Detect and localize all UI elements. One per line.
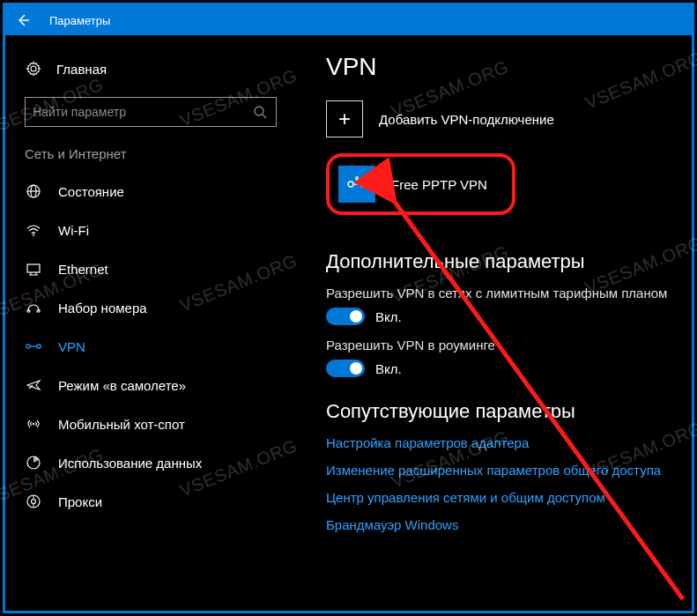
sidebar-nav: Состояние Wi-Fi Ethernet Набор номера VP… [5, 172, 296, 521]
vpn-icon [25, 338, 42, 355]
svg-line-1 [263, 115, 266, 118]
svg-point-0 [255, 107, 263, 115]
arrow-left-icon [15, 12, 31, 28]
sidebar-item-wifi[interactable]: Wi-Fi [5, 211, 296, 249]
sidebar-item-label: Wi-Fi [58, 223, 89, 238]
svg-point-15 [33, 423, 34, 425]
sidebar-item-label: VPN [58, 339, 85, 354]
titlebar: Параметры [5, 5, 692, 35]
vpn-connection-name: Free PPTP VPN [391, 177, 487, 192]
vpn-connection-icon [338, 166, 375, 203]
related-heading: Сопутствующие параметры [326, 400, 671, 423]
highlight-annotation: Free PPTP VPN [326, 153, 515, 215]
sidebar-item-hotspot[interactable]: Мобильный хот-спот [5, 404, 296, 443]
sidebar-item-label: Набор номера [58, 301, 147, 315]
ethernet-icon [25, 260, 42, 278]
svg-point-25 [356, 177, 359, 180]
dialup-icon [25, 299, 42, 316]
link-sharing-settings[interactable]: Изменение расширенных параметров общего … [326, 463, 671, 478]
sidebar: Главная Сеть и Интернет Состояние Wi-Fi [5, 35, 296, 611]
link-firewall[interactable]: Брандмауэр Windows [326, 517, 671, 532]
sidebar-item-status[interactable]: Состояние [5, 172, 296, 211]
sidebar-item-label: Состояние [58, 184, 124, 199]
setting-label: Разрешить VPN в роуминге [326, 338, 671, 353]
sidebar-item-label: Ethernet [58, 262, 108, 277]
link-adapter-settings[interactable]: Настройка параметров адаптера [326, 435, 671, 450]
setting-label: Разрешить VPN в сетях с лимитным тарифны… [326, 286, 671, 301]
search-input[interactable] [33, 105, 251, 119]
svg-point-21 [348, 182, 353, 187]
main-panel: VPN + Добавить VPN-подключение Free PPTP… [296, 35, 692, 611]
gear-icon [25, 60, 42, 78]
svg-point-12 [26, 345, 30, 348]
svg-point-5 [33, 234, 34, 236]
sidebar-item-label: Мобильный хот-спот [58, 417, 185, 432]
vpn-connection-item[interactable]: Free PPTP VPN [333, 160, 496, 208]
add-vpn-label: Добавить VPN-подключение [379, 112, 554, 127]
add-vpn-button[interactable]: + Добавить VPN-подключение [326, 100, 671, 137]
plus-icon: + [326, 100, 363, 137]
toggle-metered[interactable] [326, 308, 365, 325]
airplane-icon [25, 376, 42, 394]
wifi-icon [25, 221, 42, 239]
search-box[interactable] [25, 97, 277, 127]
link-network-center[interactable]: Центр управления сетями и общим доступом [326, 490, 671, 505]
window-title: Параметры [49, 14, 110, 27]
svg-rect-6 [27, 264, 40, 272]
back-button[interactable] [14, 11, 32, 29]
sidebar-item-label: Режим «в самолете» [58, 378, 186, 393]
setting-metered: Разрешить VPN в сетях с лимитным тарифны… [326, 286, 671, 325]
sidebar-item-dialup[interactable]: Набор номера [5, 288, 296, 327]
sidebar-item-airplane[interactable]: Режим «в самолете» [5, 366, 296, 404]
sidebar-home-label: Главная [56, 62, 107, 77]
proxy-icon [25, 493, 42, 510]
hotspot-icon [25, 415, 42, 433]
data-icon [25, 454, 42, 471]
globe-icon [25, 182, 42, 200]
sidebar-item-label: Использование данных [58, 456, 202, 471]
advanced-heading: Дополнительные параметры [326, 250, 671, 273]
toggle-state: Вкл. [375, 309, 402, 324]
search-icon [251, 103, 269, 121]
svg-point-22 [360, 182, 366, 187]
svg-point-18 [32, 500, 36, 504]
page-title: VPN [326, 53, 671, 81]
svg-point-13 [37, 345, 41, 348]
toggle-roaming[interactable] [326, 360, 365, 377]
toggle-state: Вкл. [375, 361, 402, 376]
settings-window: Параметры Главная Сеть и Интернет Состо [3, 3, 694, 613]
sidebar-item-data-usage[interactable]: Использование данных [5, 443, 296, 482]
sidebar-item-label: Прокси [58, 494, 102, 509]
sidebar-item-proxy[interactable]: Прокси [5, 482, 296, 521]
sidebar-item-ethernet[interactable]: Ethernet [5, 249, 296, 288]
sidebar-item-vpn[interactable]: VPN [5, 327, 296, 366]
setting-roaming: Разрешить VPN в роуминге Вкл. [326, 338, 671, 377]
sidebar-home[interactable]: Главная [5, 53, 296, 85]
sidebar-section-header: Сеть и Интернет [5, 141, 296, 172]
